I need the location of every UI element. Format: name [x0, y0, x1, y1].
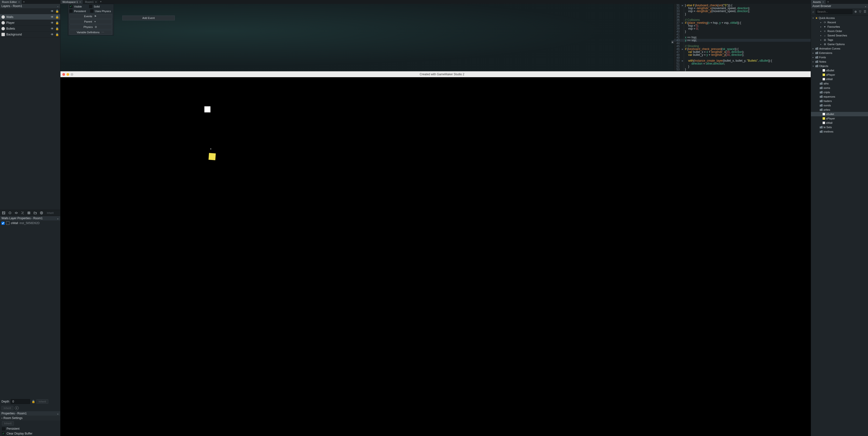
fold-icon[interactable] [681, 39, 684, 42]
layer-background[interactable]: Background 👁 🔒 [0, 32, 60, 37]
fold-icon[interactable] [681, 65, 684, 68]
workspace-canvas[interactable]: Visible Solid Persistent Uses Physics Ev… [60, 4, 674, 72]
depth-input[interactable]: 0 [11, 399, 30, 404]
minimize-window-icon[interactable] [66, 73, 69, 76]
code-line[interactable]: 53} [674, 68, 811, 71]
persistent-checkbox[interactable] [69, 9, 72, 12]
close-icon[interactable]: × [823, 0, 824, 3]
close-icon[interactable]: × [95, 0, 97, 3]
folder-node[interactable]: ▸Notes [811, 60, 868, 64]
lock-icon[interactable]: 🔒 [55, 9, 59, 13]
folder-node[interactable]: ooms [811, 86, 868, 90]
fold-icon[interactable]: ▸ [681, 21, 684, 24]
fold-icon[interactable] [681, 7, 684, 10]
checkbox[interactable] [2, 432, 5, 435]
fold-icon[interactable] [681, 12, 684, 15]
close-icon[interactable]: × [80, 0, 81, 3]
persistent-row[interactable]: Persistent [0, 426, 60, 431]
qa-item[interactable]: ▸⌕Saved Searches [811, 33, 868, 38]
tool-folder-icon[interactable] [33, 210, 38, 216]
tool-delete-icon[interactable] [39, 210, 44, 216]
asset-browser-header[interactable]: Asset Browser ⌄ [811, 4, 868, 8]
inherit-button[interactable]: Inherit [36, 399, 48, 404]
quick-access-node[interactable]: ▾★Quick Access [811, 16, 868, 20]
clear-display-row[interactable]: Clear Display Buffer [0, 431, 60, 436]
qa-item[interactable]: ▸≡Room Order [811, 29, 868, 33]
filter-icon[interactable]: ▽ [859, 10, 862, 13]
qa-item[interactable]: ▸✿Game Options [811, 42, 868, 46]
qa-item[interactable]: ▸♥Favourites [811, 25, 868, 29]
tool-instance-icon[interactable] [7, 210, 12, 216]
folder-node[interactable]: cripts [811, 90, 868, 94]
tab-room1[interactable]: Room1 × [83, 0, 99, 4]
tab-assets[interactable]: Assets × [811, 0, 826, 4]
physics-button[interactable]: Physics ⚙ [69, 25, 112, 29]
sprites-node[interactable]: prites [811, 107, 868, 112]
lock-icon[interactable]: 🔒 [55, 27, 59, 30]
objects-node[interactable]: ▾Objects [811, 64, 868, 68]
folder-node[interactable]: haders [811, 99, 868, 103]
folder-node[interactable]: ▸Animation Curves [811, 46, 868, 51]
folder-node[interactable]: equences [811, 94, 868, 99]
object-item[interactable]: oWall [811, 77, 868, 81]
gutter-handle-icon[interactable]: ▸ [672, 40, 674, 44]
object-item[interactable]: oBullet [811, 68, 868, 72]
close-window-icon[interactable] [62, 73, 65, 76]
vardef-button[interactable]: Variable Definitions ⋯ [69, 30, 112, 35]
fold-icon[interactable] [681, 30, 684, 33]
search-input[interactable] [815, 9, 852, 14]
add-icon[interactable]: ⊕ [854, 10, 857, 13]
fold-icon[interactable] [681, 33, 684, 36]
code-line[interactable]: 52 } [674, 65, 811, 68]
folder-node[interactable]: le Sets [811, 125, 868, 129]
object-item[interactable]: oPlayer [811, 72, 868, 77]
layer-bullets[interactable]: Bullets 👁 🔒 [0, 26, 60, 32]
tool-tile-icon[interactable] [13, 210, 19, 216]
eye-icon[interactable]: 👁 [51, 33, 54, 36]
folder-node[interactable]: ▸Extensions [811, 51, 868, 55]
fold-icon[interactable] [681, 36, 684, 39]
visible-checkbox[interactable] [69, 5, 72, 8]
folder-node[interactable]: aths [811, 81, 868, 86]
code-line[interactable]: 33 vsp = -lengthdir_y(movement_speed, di… [674, 10, 811, 12]
code-line[interactable]: 48 var bullet_y = y + lengthdir_y(20, di… [674, 54, 811, 56]
tab-add-button[interactable]: + [22, 0, 26, 4]
zoom-window-icon[interactable] [71, 73, 73, 76]
eye-icon[interactable]: 👁 [51, 9, 54, 13]
qa-item[interactable]: ▸⟳Recent [811, 20, 868, 25]
lock-icon[interactable]: 🔒 [55, 21, 59, 25]
tab-add-button[interactable]: + [826, 0, 830, 4]
game-canvas[interactable] [60, 77, 811, 436]
tab-add-button[interactable]: + [99, 0, 103, 4]
sprite-item[interactable]: sBullet [811, 112, 868, 116]
fold-icon[interactable] [681, 62, 684, 65]
fold-icon[interactable] [681, 24, 684, 27]
layer-row-empty[interactable]: 👁 🔒 [0, 8, 60, 14]
fold-icon[interactable]: ▸ [681, 48, 684, 51]
tool-path-icon[interactable] [20, 210, 25, 216]
code-line[interactable]: 39 vsp = 0; [674, 27, 811, 30]
fold-icon[interactable]: ▸ [681, 59, 684, 62]
menu-icon[interactable]: ☰ [863, 10, 867, 13]
fold-icon[interactable] [681, 10, 684, 12]
tab-room-editor[interactable]: Room Editor × [0, 0, 22, 4]
fold-icon[interactable] [681, 42, 684, 45]
lock-icon[interactable]: 🔒 [55, 15, 59, 19]
game-titlebar[interactable]: Created with GameMaker Studio 2 [60, 71, 811, 77]
room-settings-header[interactable]: ▾ Room Settings [0, 415, 60, 421]
checkbox[interactable] [2, 427, 5, 430]
folder-node[interactable]: ounds [811, 103, 868, 107]
code-line[interactable]: 40} [674, 30, 811, 33]
layers-header[interactable]: Layers - Room1 ⌄ [0, 4, 60, 8]
code-line[interactable]: 51 direction = other.direction; [674, 62, 811, 65]
sprite-item[interactable]: sPlayer [811, 116, 868, 121]
fold-icon[interactable] [681, 54, 684, 56]
physics-checkbox[interactable] [90, 9, 93, 12]
fold-icon[interactable] [681, 27, 684, 30]
eye-icon[interactable]: 👁 [51, 21, 54, 25]
close-icon[interactable]: × [18, 0, 20, 3]
tab-workspace[interactable]: Workspace 1 × [60, 0, 83, 4]
fold-icon[interactable] [681, 68, 684, 71]
fold-icon[interactable] [681, 15, 684, 19]
eye-icon[interactable]: 👁 [51, 15, 54, 19]
